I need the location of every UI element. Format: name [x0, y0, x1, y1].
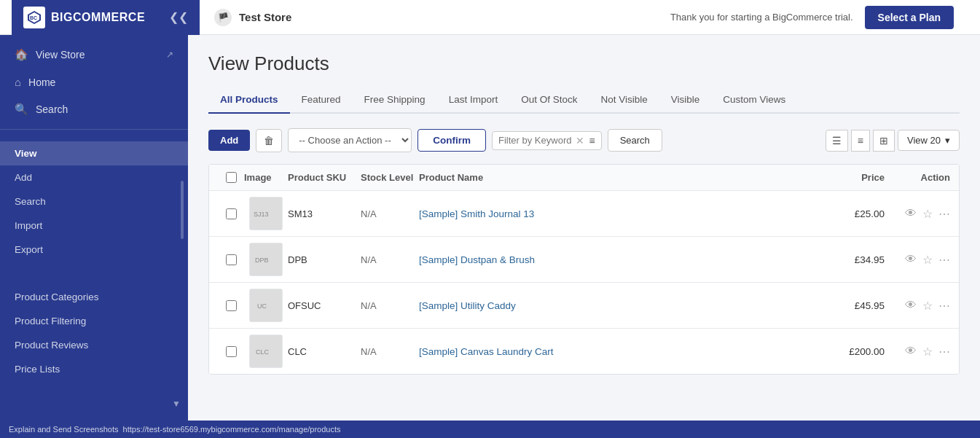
- toolbar: Add 🗑 -- Choose an Action -- Confirm Fil…: [208, 128, 960, 152]
- more-options-icon[interactable]: ⋯: [938, 345, 950, 359]
- grid-icon: ⊞: [879, 135, 888, 146]
- row-checkbox[interactable]: [226, 254, 237, 265]
- product-name-link[interactable]: [Sample] Dustpan & Brush: [419, 254, 535, 265]
- table-row: CLC CLC N/A [Sample] Canvas Laundry Cart…: [209, 329, 959, 374]
- home-icon: ⌂: [15, 76, 21, 88]
- more-options-icon[interactable]: ⋯: [938, 207, 950, 221]
- tab-out-of-stock[interactable]: Out Of Stock: [509, 87, 589, 114]
- row-stock: N/A: [361, 254, 419, 265]
- tab-not-visible[interactable]: Not Visible: [589, 87, 659, 114]
- sidebar-link-label: Import: [15, 220, 42, 231]
- header-image: Image: [244, 172, 288, 183]
- filter-options-icon[interactable]: ≡: [589, 135, 595, 146]
- product-thumbnail: UC: [249, 289, 283, 322]
- app-body: 🏠 View Store ↗ ⌂ Home 🔍 Search View Add …: [0, 35, 980, 438]
- delete-button[interactable]: 🗑: [256, 129, 282, 152]
- tab-featured[interactable]: Featured: [290, 87, 353, 114]
- tab-last-import[interactable]: Last Import: [437, 87, 510, 114]
- row-check-cell: [218, 254, 244, 265]
- sidebar-item-product-filtering[interactable]: Product Filtering: [0, 309, 188, 333]
- sidebar-item-products-export[interactable]: Export: [0, 238, 188, 262]
- row-checkbox[interactable]: [226, 208, 237, 219]
- sidebar-link-label: Product Categories: [15, 292, 99, 302]
- collapse-sidebar-button[interactable]: ❮❮: [169, 10, 188, 24]
- logo-area: BC BIGCOMMERCE ❮❮: [12, 0, 200, 35]
- product-name-link[interactable]: [Sample] Utility Caddy: [419, 300, 516, 311]
- filter-clear-button[interactable]: ✕: [576, 135, 584, 146]
- row-checkbox[interactable]: [226, 346, 237, 357]
- sidebar-item-label: Home: [28, 77, 55, 88]
- view-controls: ☰ ≡ ⊞ View 20 ▾: [826, 130, 960, 152]
- preview-icon[interactable]: 👁: [905, 253, 917, 266]
- row-image-cell: DPB: [244, 243, 288, 276]
- row-stock: N/A: [361, 300, 419, 311]
- trial-message: Thank you for starting a BigCommerce tri…: [670, 12, 853, 23]
- select-plan-button[interactable]: Select a Plan: [865, 6, 954, 29]
- main-content: View Products All Products Featured Free…: [188, 35, 980, 438]
- row-checkbox[interactable]: [226, 300, 237, 311]
- logo-icon: BC: [23, 7, 45, 28]
- favorite-icon[interactable]: ☆: [922, 207, 933, 221]
- sidebar-item-products-view[interactable]: View: [0, 141, 188, 165]
- sidebar-link-label: Add: [15, 172, 32, 183]
- row-check-cell: [218, 300, 244, 311]
- svg-text:SJ13: SJ13: [254, 211, 269, 218]
- header-name: Product Name: [419, 172, 797, 183]
- list-view-button[interactable]: ☰: [826, 130, 848, 152]
- favorite-icon[interactable]: ☆: [922, 299, 933, 313]
- sidebar-item-label: View Store: [36, 49, 85, 60]
- preview-icon[interactable]: 👁: [905, 345, 917, 358]
- more-options-icon[interactable]: ⋯: [938, 299, 950, 313]
- confirm-button[interactable]: Confirm: [418, 129, 486, 152]
- row-actions: 👁 ☆ ⋯: [885, 207, 950, 221]
- preview-icon[interactable]: 👁: [905, 299, 917, 312]
- header-sku: Product SKU: [288, 172, 361, 183]
- row-image-cell: SJ13: [244, 197, 288, 230]
- grid-view-button[interactable]: ⊞: [873, 130, 895, 152]
- favorite-icon[interactable]: ☆: [922, 345, 933, 359]
- more-options-icon[interactable]: ⋯: [938, 253, 950, 267]
- add-button[interactable]: Add: [208, 130, 250, 151]
- tab-free-shipping[interactable]: Free Shipping: [353, 87, 437, 114]
- table-row: DPB DPB N/A [Sample] Dustpan & Brush £34…: [209, 237, 959, 283]
- scroll-down-indicator: ▼: [169, 399, 184, 409]
- sidebar-item-price-lists[interactable]: Price Lists: [0, 357, 188, 381]
- tab-visible[interactable]: Visible: [659, 87, 712, 114]
- sidebar-item-product-categories[interactable]: Product Categories: [0, 285, 188, 309]
- search-button[interactable]: Search: [608, 129, 662, 152]
- row-stock: N/A: [361, 346, 419, 357]
- preview-icon[interactable]: 👁: [905, 207, 917, 220]
- sidebar: 🏠 View Store ↗ ⌂ Home 🔍 Search View Add …: [0, 35, 188, 438]
- store-name: Test Store: [239, 11, 291, 23]
- row-check-cell: [218, 208, 244, 219]
- sidebar-item-product-reviews[interactable]: Product Reviews: [0, 333, 188, 357]
- tab-custom-views[interactable]: Custom Views: [711, 87, 797, 114]
- sidebar-item-home[interactable]: ⌂ Home: [0, 69, 188, 95]
- product-name-link[interactable]: [Sample] Smith Journal 13: [419, 208, 534, 219]
- product-table: Image Product SKU Stock Level Product Na…: [208, 164, 960, 375]
- favorite-icon[interactable]: ☆: [922, 253, 933, 267]
- view-count-button[interactable]: View 20 ▾: [898, 130, 960, 151]
- action-select[interactable]: -- Choose an Action --: [288, 128, 412, 152]
- product-thumbnail: DPB: [249, 243, 283, 276]
- product-name-link[interactable]: [Sample] Canvas Laundry Cart: [419, 346, 554, 357]
- sidebar-item-search[interactable]: 🔍 Search: [0, 95, 188, 123]
- status-url: https://test-store6569.mybigcommerce.com…: [123, 425, 341, 434]
- tab-all-products[interactable]: All Products: [208, 87, 290, 114]
- sidebar-item-products-import[interactable]: Import: [0, 214, 188, 238]
- compact-list-view-button[interactable]: ≡: [851, 130, 870, 152]
- select-all-checkbox[interactable]: [226, 172, 237, 183]
- search-icon: 🔍: [15, 103, 28, 116]
- sidebar-item-view-store[interactable]: 🏠 View Store ↗: [0, 41, 188, 69]
- top-bar: BC BIGCOMMERCE ❮❮ 🏴 Test Store Thank you…: [0, 0, 980, 35]
- header-price: Price: [797, 172, 885, 183]
- row-name: [Sample] Canvas Laundry Cart: [419, 345, 797, 357]
- sidebar-item-products-add[interactable]: Add: [0, 165, 188, 189]
- compact-list-icon: ≡: [858, 135, 863, 146]
- row-actions: 👁 ☆ ⋯: [885, 299, 950, 313]
- sidebar-nav-top: 🏠 View Store ↗ ⌂ Home 🔍 Search: [0, 35, 188, 130]
- select-all-cell: [218, 172, 244, 183]
- sidebar-item-products-search[interactable]: Search: [0, 189, 188, 214]
- header-stock: Stock Level: [361, 172, 419, 183]
- row-image-cell: UC: [244, 289, 288, 322]
